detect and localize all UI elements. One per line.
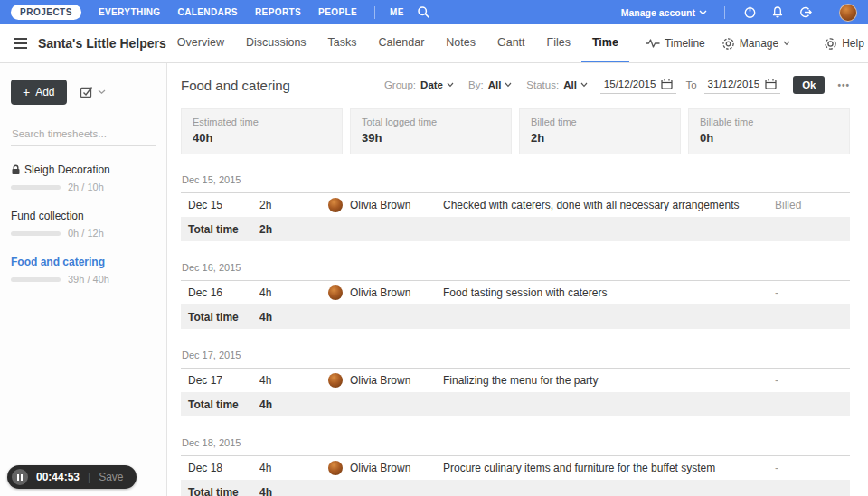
tab-discussions[interactable]: Discussions (235, 24, 317, 62)
summary-card-label: Estimated time (193, 117, 331, 127)
tab-files[interactable]: Files (536, 24, 581, 62)
date-from-field[interactable]: 15/12/2015 (600, 76, 677, 94)
nav-item-me[interactable]: ME (390, 7, 404, 17)
total-time-value: 4h (259, 398, 328, 411)
tab-notes[interactable]: Notes (435, 24, 486, 62)
project-title[interactable]: Santa's Little Helpers (38, 36, 166, 51)
tasklist-name: Fund collection (11, 210, 84, 222)
timesheet-entry-row[interactable]: Dec 18 4h Olivia Brown Procure culinary … (181, 455, 850, 480)
timesheet-entry-row[interactable]: Dec 16 4h Olivia Brown Food tasting sess… (181, 280, 850, 304)
group-filter-dropdown[interactable]: Date (420, 80, 454, 90)
entry-date: Dec 18 (181, 462, 259, 474)
brand-projects-button[interactable]: PROJECTS (11, 5, 81, 20)
by-filter-dropdown[interactable]: All (488, 80, 513, 90)
tasklist-item[interactable]: Food and catering 39h / 40h (11, 256, 156, 285)
tasklist-hours: 0h / 12h (68, 228, 104, 239)
top-nav-items: EVERYTHINGCALENDARSREPORTSPEOPLE (81, 7, 357, 17)
tab-time[interactable]: Time (581, 24, 629, 62)
group-date-label: Dec 18, 2015 (181, 437, 850, 448)
nav-item-people[interactable]: PEOPLE (318, 7, 357, 17)
add-button[interactable]: + Add (11, 80, 67, 105)
summary-card: Billable time 0h (688, 108, 850, 154)
pulse-icon (646, 38, 660, 49)
manage-account-menu[interactable]: Manage account (621, 7, 707, 18)
search-timesheets-input[interactable] (11, 125, 156, 146)
tab-calendar[interactable]: Calendar (368, 24, 436, 62)
chevron-down-icon (783, 41, 790, 46)
entry-date: Dec 17 (181, 374, 259, 387)
check-square-icon (80, 85, 95, 99)
notifications-bell-icon[interactable] (771, 5, 784, 19)
total-time-value: 4h (259, 486, 328, 496)
filter-bar: Group: Date By: All Status: All (384, 76, 850, 94)
status-filter-label: Status: (526, 80, 559, 90)
approve-timesheet-button[interactable] (80, 85, 106, 99)
project-bar-right-group: Timeline Manage Help (629, 24, 868, 62)
tasklist-progress: 2h / 10h (11, 182, 156, 192)
help-button[interactable]: Help (824, 37, 864, 51)
top-navigation-bar: PROJECTS EVERYTHINGCALENDARSREPORTSPEOPL… (0, 0, 868, 24)
chevron-down-icon (447, 82, 454, 88)
total-time-label: Total time (181, 311, 259, 323)
topbar-divider (724, 6, 725, 19)
user-avatar[interactable] (839, 4, 857, 22)
group-date-label: Dec 17, 2015 (181, 350, 850, 360)
summary-card-value: 39h (362, 131, 500, 145)
timesheet-group: Dec 15, 2015 Dec 15 2h Olivia Brown Chec… (181, 174, 850, 241)
total-time-label: Total time (181, 398, 259, 411)
timeline-button[interactable]: Timeline (646, 37, 705, 50)
entry-owner: Olivia Brown (328, 198, 443, 212)
page-title: Food and catering (181, 78, 290, 93)
chevron-down-icon (98, 89, 106, 95)
timer-power-icon[interactable] (743, 5, 757, 19)
chevron-down-icon (505, 82, 512, 88)
content-area: + Add Sleigh Decoration 2h / 10h (0, 63, 868, 496)
group-entries: Dec 17 4h Olivia Brown Finalizing the me… (181, 368, 850, 392)
tasklist-name: Food and catering (11, 256, 105, 268)
pause-button[interactable] (12, 469, 28, 485)
timer-widget: 00:44:53 | Save (7, 465, 137, 489)
nav-item-reports[interactable]: REPORTS (255, 7, 301, 17)
entry-hours: 4h (259, 462, 328, 474)
progress-bar (11, 185, 61, 190)
date-to-field[interactable]: 31/12/2015 (704, 76, 781, 94)
entry-status-badge: Billed (773, 199, 850, 211)
tasklist-item[interactable]: Fund collection 0h / 12h (11, 210, 156, 239)
tab-tasks[interactable]: Tasks (317, 24, 368, 62)
ok-button[interactable]: Ok (793, 76, 825, 94)
manage-label: Manage (740, 37, 778, 50)
sign-out-icon[interactable] (798, 5, 813, 19)
chevron-down-icon (699, 10, 707, 15)
tab-overview[interactable]: Overview (166, 24, 235, 62)
total-time-label: Total time (181, 223, 259, 236)
group-total-row: Total time 2h (181, 217, 850, 241)
group-filter-value: Date (420, 80, 443, 90)
timesheet-entry-row[interactable]: Dec 15 2h Olivia Brown Checked with cate… (181, 192, 850, 217)
summary-card-value: 40h (193, 131, 331, 145)
gear-icon (722, 37, 735, 51)
lock-icon (11, 164, 21, 175)
group-total-row: Total time 4h (181, 480, 850, 496)
tab-gantt[interactable]: Gantt (486, 24, 536, 62)
project-header-bar: Santa's Little Helpers OverviewDiscussio… (0, 24, 868, 63)
entry-hours: 4h (259, 286, 328, 299)
hamburger-menu-icon[interactable] (14, 38, 27, 49)
tasklist-list: Sleigh Decoration 2h / 10h Fund collecti… (11, 164, 156, 285)
search-icon[interactable] (417, 5, 430, 19)
nav-item-calendars[interactable]: CALENDARS (178, 7, 238, 17)
timesheet-group: Dec 17, 2015 Dec 17 4h Olivia Brown Fina… (181, 350, 850, 416)
nav-item-everything[interactable]: EVERYTHING (99, 7, 161, 17)
timesheet-entry-row[interactable]: Dec 17 4h Olivia Brown Finalizing the me… (181, 368, 850, 392)
timer-save-button[interactable]: Save (99, 471, 123, 483)
tasklist-item[interactable]: Sleigh Decoration 2h / 10h (11, 164, 156, 192)
summary-card: Estimated time 40h (181, 108, 343, 154)
group-date-label: Dec 15, 2015 (181, 174, 850, 185)
group-filter-label: Group: (384, 80, 416, 90)
progress-bar (11, 277, 61, 282)
chevron-down-icon (580, 82, 588, 88)
entry-date: Dec 15 (181, 199, 259, 211)
status-filter-dropdown[interactable]: All (563, 80, 588, 90)
more-options-icon[interactable]: ••• (837, 80, 850, 90)
manage-button[interactable]: Manage (722, 37, 790, 51)
summary-card-value: 0h (700, 131, 838, 145)
